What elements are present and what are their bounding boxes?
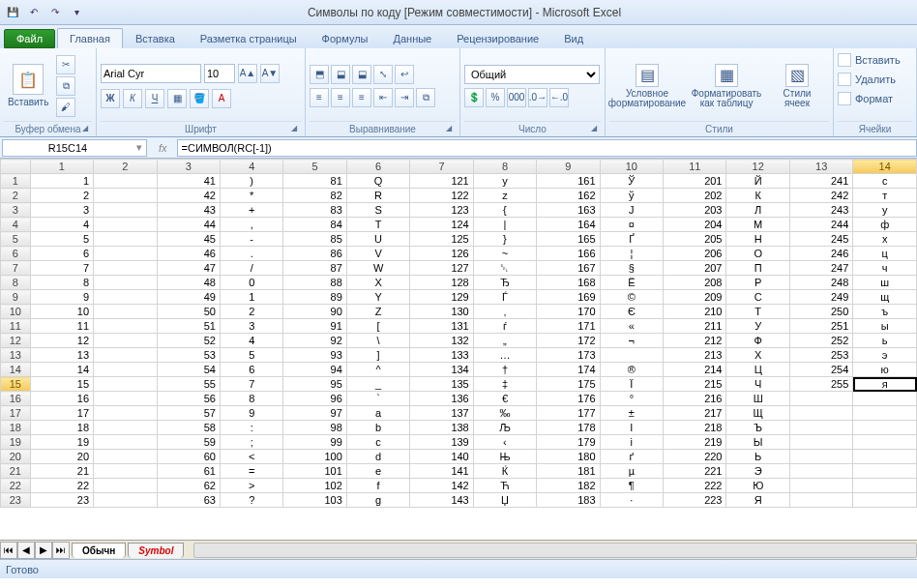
cell[interactable]: 81 [283,174,346,189]
cell[interactable]: 209 [664,290,726,305]
cell[interactable]: ь [853,334,917,348]
align-right-icon[interactable]: ≡ [352,88,371,107]
row-header[interactable]: 8 [1,276,31,290]
cell[interactable]: ) [220,174,282,189]
cell[interactable] [94,464,157,479]
cell[interactable]: 90 [283,305,346,319]
cell[interactable]: К [726,189,789,203]
row-header[interactable]: 4 [1,218,31,232]
wrap-text-icon[interactable]: ↩ [395,65,414,84]
cell[interactable]: ш [853,276,917,290]
cell[interactable]: 179 [537,435,600,450]
cell[interactable] [789,450,852,464]
cell[interactable]: Є [600,305,663,319]
tab-review[interactable]: Рецензирование [444,28,551,48]
cell[interactable]: 92 [283,334,346,348]
cell[interactable]: ¦ [600,247,663,261]
cell[interactable]: · [600,493,663,508]
cell[interactable]: 204 [664,218,726,232]
cell[interactable]: ° [600,392,663,406]
cell[interactable]: ъ [853,305,917,319]
cell[interactable]: 49 [157,290,220,305]
cell[interactable]: ­ [600,348,663,363]
cell[interactable]: 45 [157,232,220,247]
cell[interactable] [789,421,852,435]
cell[interactable]: ® [600,363,663,377]
cell[interactable]: 63 [157,493,220,508]
cell[interactable]: . [220,247,282,261]
cell[interactable]: ц [853,247,917,261]
cell[interactable]: b [346,421,409,435]
cell[interactable]: a [346,406,409,421]
align-middle-icon[interactable]: ⬓ [331,65,350,84]
cell[interactable]: 212 [664,334,726,348]
cell[interactable]: 99 [283,435,346,450]
font-size-input[interactable] [204,64,235,83]
cell[interactable]: e [346,464,409,479]
cell[interactable] [94,493,157,508]
cell[interactable]: 16 [30,392,93,406]
cell[interactable]: 161 [537,174,600,189]
underline-button[interactable]: Ч [145,89,164,108]
column-header[interactable]: 14 [853,160,917,174]
cell[interactable]: 126 [410,247,473,261]
cell[interactable]: 122 [410,189,473,203]
cell[interactable]: Ю [726,479,789,493]
format-painter-icon[interactable]: 🖌 [56,98,75,117]
cell[interactable]: 87 [283,261,346,276]
row-header[interactable]: 1 [1,174,31,189]
cell[interactable]: 23 [30,493,93,508]
cell[interactable]: * [220,189,282,203]
cell[interactable]: 17 [30,406,93,421]
row-header[interactable]: 3 [1,203,31,218]
cell[interactable] [853,464,917,479]
cell[interactable]: 130 [410,305,473,319]
column-header[interactable]: 8 [473,160,536,174]
cell[interactable]: 5 [30,232,93,247]
cell[interactable] [94,406,157,421]
cell[interactable]: 48 [157,276,220,290]
cell[interactable]: 166 [537,247,600,261]
cell[interactable]: , [220,218,282,232]
cell[interactable]: 168 [537,276,600,290]
cell[interactable]: 62 [157,479,220,493]
cell[interactable]: 59 [157,435,220,450]
cell[interactable]: 171 [537,319,600,334]
cell[interactable]: † [473,363,536,377]
worksheet-grid[interactable]: 12345678910111213141141)81Q121y161Ў201Й2… [0,159,917,540]
cell[interactable]: ‚ [473,305,536,319]
cell[interactable]: 177 [537,406,600,421]
cell[interactable] [789,479,852,493]
cell[interactable]: 170 [537,305,600,319]
cell[interactable]: [ [346,319,409,334]
cell[interactable] [94,290,157,305]
cell[interactable]: Ы [726,435,789,450]
cell[interactable] [789,435,852,450]
cell[interactable]: 223 [664,493,726,508]
cell[interactable]: О [726,247,789,261]
redo-icon[interactable]: ↷ [46,4,64,21]
cell[interactable]: 245 [789,232,852,247]
cell[interactable]: 46 [157,247,220,261]
cell[interactable]: 128 [410,276,473,290]
cell[interactable]: 206 [664,247,726,261]
cell[interactable]: f [346,479,409,493]
cell[interactable]: 19 [30,435,93,450]
cell[interactable]: { [473,203,536,218]
cell[interactable]: ] [346,348,409,363]
cell[interactable]: Y [346,290,409,305]
number-format-select[interactable]: Общий [464,65,600,84]
cell[interactable]: 165 [537,232,600,247]
cell[interactable]: 47 [157,261,220,276]
column-header[interactable]: 11 [664,160,726,174]
cell[interactable]: 53 [157,348,220,363]
cell[interactable]: 96 [283,392,346,406]
save-icon[interactable]: 💾 [4,4,21,21]
cell[interactable]: ‰ [473,406,536,421]
column-header[interactable]: 12 [726,160,789,174]
cell[interactable]: ¬ [600,334,663,348]
cell[interactable]: © [600,290,663,305]
cell[interactable]: 8 [30,276,93,290]
column-header[interactable]: 6 [346,160,409,174]
align-center-icon[interactable]: ≡ [331,88,350,107]
